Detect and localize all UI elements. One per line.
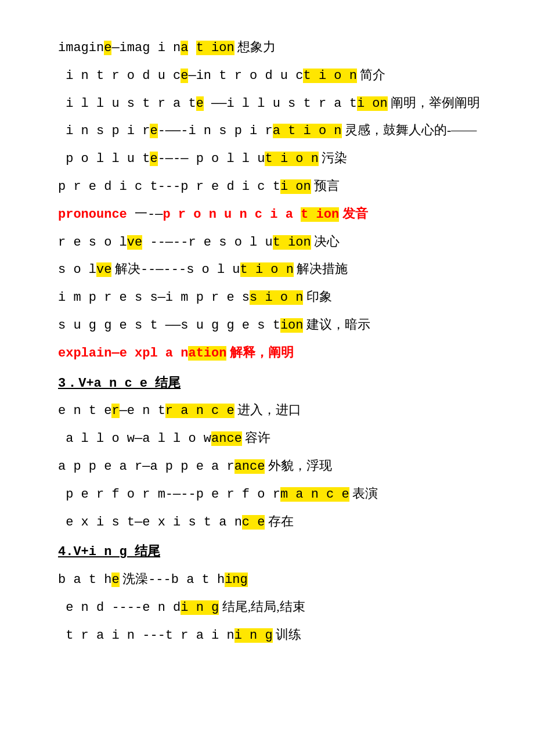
line-allow: a l l o w—a l l o wance 容许 [58,426,476,451]
line-bathe: b a t he 洗澡---b a t hing [58,567,476,592]
text-zh: 容许 [242,430,271,445]
highlight: r [111,404,119,418]
text-zh: 印象 [303,289,332,304]
highlight: e [104,41,111,55]
highlight: t ion [273,235,311,250]
line-end: e n d ----e n di n g 结尾,结局,结束 [58,595,476,620]
text-red: p r o n u n c i a [163,207,293,222]
text [293,207,301,222]
line-perform: p e r f o r m-—--p e r f o rm a n c e 表演 [58,481,476,507]
highlight: i n g [234,628,273,643]
text-zh: 存在 [265,514,294,528]
highlight: t i o n [303,69,356,83]
text-zh: 洗澡 [120,571,149,586]
highlight: s i o n [250,290,303,305]
text: p o l l u t [58,152,150,166]
highlight: c e [242,515,265,530]
text: p e r f o r m-—--p e r f o r [58,487,280,502]
text: 一-— [127,207,163,222]
text-zh: 外貌，浮现 [265,458,332,473]
section-title: 4.V+i n g 结尾 [58,545,160,559]
text-zh: 训练 [273,627,302,642]
text-zh: 解决 [111,261,140,276]
text-zh: 想象力 [234,39,276,54]
text-red: explain— [58,346,120,361]
text [188,41,196,55]
text-zh: 表演 [349,486,378,501]
text: imagin [58,41,104,55]
highlight: ance [234,459,265,474]
line-appear: a p p e a r—a p p e a rance 外貌，浮现 [58,453,476,479]
highlight: ion [280,318,304,333]
text: -—-— p o l l u [158,152,265,166]
line-pollute: p o l l u te-—-— p o l l ut i o n 污染 [58,146,476,171]
highlight: ing [225,573,248,587]
text-zh: 阐明，举例阐明 [388,95,481,110]
text-zh: 污染 [319,150,348,165]
text: -——-i n s p i r [158,124,273,138]
text: s o l [58,262,96,277]
line-impress: i m p r e s s—i m p r e ss i o n 印象 [58,285,476,310]
text-zh: 简介 [357,67,386,82]
text: i m p r e s s—i m p r e s [58,290,250,305]
text: a l l o w—a l l o w [58,431,211,446]
section-title: 3．V+a n c e 结尾 [58,376,181,391]
text-zh: 决心 [311,234,340,249]
highlight: i on [280,179,311,194]
line-explain: explain—e xpl a nation 解释，阐明 [58,340,476,366]
text: s u g g e s t ——s u g g e s t [58,318,280,333]
highlight: e [150,152,157,166]
text-zh-red: 解释，阐明 [226,345,294,359]
highlight: i n g [181,600,219,615]
text: —imag i n [111,41,181,55]
text: ——i l l u s t r a t [204,96,357,111]
highlight: e [150,124,157,138]
text-zh: 建议，暗示 [303,317,370,332]
line-enter: e n t er—e n tr a n c e 进入，进口 [58,398,476,423]
line-solve: s o lve 解决--—---s o l ut i o n 解决措施 [58,257,476,282]
highlight: a [181,41,188,55]
line-predict: p r e d i c t---p r e d i c ti on 预言 [58,174,476,199]
section-header-3: 3．V+a n c e 结尾 [58,372,476,396]
highlight: t i o n [265,152,318,166]
highlight: e [196,96,204,111]
line-inspire: i n s p i re-——-i n s p i ra t i o n 灵感，… [58,118,476,143]
highlight: e [111,573,119,587]
text: i l l u s t r a t [58,96,196,111]
text: --—---s o l u [140,262,240,277]
text: b a t h [58,573,111,587]
line-suggest: s u g g e s t ——s u g g e s tion 建议，暗示 [58,312,476,338]
line-introduce: i n t r o d u ce—in t r o d u ct i o n 简… [58,63,476,88]
text-zh: 进入，进口 [234,402,302,417]
line-train: t r a i n ---t r a i ni n g 训练 [58,622,476,648]
highlight: a t i o n [273,124,342,138]
highlight: m a n c e [280,487,349,502]
text: r e s o l [58,235,127,250]
text: p r e d i c t---p r e d i c t [58,179,280,194]
text: i n s p i r [58,124,150,138]
highlight: e [181,69,188,83]
highlight: t ion [196,41,234,55]
highlight: ance [211,431,242,446]
text-zh: 解决措施 [294,261,348,276]
text-zh-red: 发音 [339,206,368,221]
text: —e n t [120,404,165,418]
highlight-red: t ion [301,207,339,222]
highlight: t i o n [240,262,294,277]
line-illustrate: i l l u s t r a te ——i l l u s t r a ti … [58,91,476,116]
section-header-4: 4.V+i n g 结尾 [58,540,476,564]
highlight: i on [357,96,388,111]
highlight: ve [127,235,142,250]
text: —in t r o d u c [188,69,303,83]
text-red: pronounce [58,207,127,222]
highlight: r a n c e [165,404,234,418]
line-pronounce: pronounce 一-—p r o n u n c i a t ion 发音 [58,201,476,227]
highlight: ve [96,262,111,277]
line-exist: e x i s t—e x i s t a nc e 存在 [58,509,476,535]
line-resolve: r e s o lve --—--r e s o l ut ion 决心 [58,229,476,255]
text: e x i s t—e x i s t a n [58,515,242,530]
text-red: e xpl a n [120,346,189,361]
text: i n t r o d u c [58,69,181,83]
text: ---b a t h [148,573,225,587]
text: --—--r e s o l u [142,235,272,250]
